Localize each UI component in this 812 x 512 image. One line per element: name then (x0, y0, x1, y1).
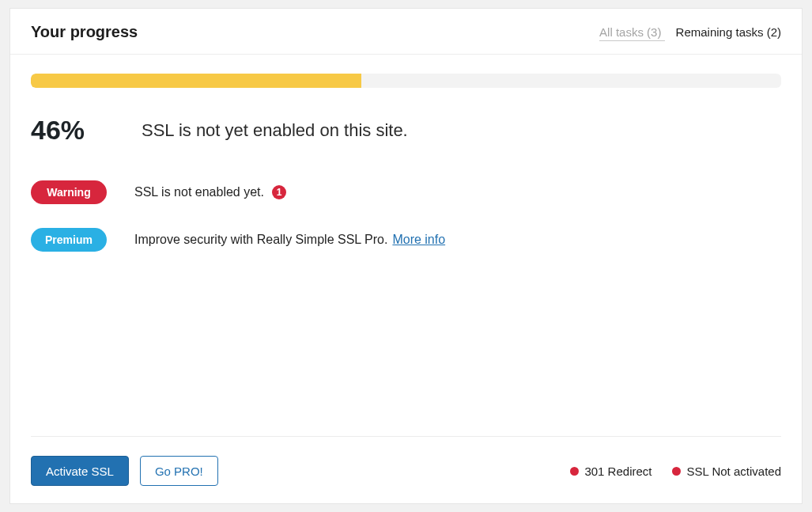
task-row-premium: Premium Improve security with Really Sim… (31, 228, 781, 252)
card-body: 46% SSL is not yet enabled on this site.… (10, 55, 802, 436)
tab-remaining-count: (2) (767, 25, 781, 39)
task-warning-text: SSL is not enabled yet. 1 (134, 185, 286, 199)
tab-remaining-tasks[interactable]: Remaining tasks (2) (676, 25, 781, 39)
task-premium-text: Improve security with Really Simple SSL … (134, 233, 445, 247)
status-list: 301 Redirect SSL Not activated (570, 465, 781, 478)
go-pro-button[interactable]: Go PRO! (140, 456, 218, 486)
progress-percent: 46% (31, 115, 100, 146)
task-row-warning: Warning SSL is not enabled yet. 1 (31, 180, 781, 204)
warning-pill: Warning (31, 180, 107, 204)
task-filter-tabs: All tasks (3) Remaining tasks (2) (588, 25, 781, 39)
status-301-redirect: 301 Redirect (570, 465, 651, 478)
status-dot-icon (570, 467, 579, 476)
tab-all-count: (3) (647, 25, 661, 39)
tab-all-tasks[interactable]: All tasks (3) (599, 25, 665, 41)
task-list: Warning SSL is not enabled yet. 1 Premiu… (31, 180, 781, 252)
status-dot-icon (672, 467, 681, 476)
page-title: Your progress (31, 23, 138, 41)
status-ssl-label: SSL Not activated (686, 465, 781, 478)
footer-actions: Activate SSL Go PRO! (31, 456, 218, 486)
card-footer: Activate SSL Go PRO! 301 Redirect SSL No… (31, 436, 781, 486)
activate-ssl-button[interactable]: Activate SSL (31, 456, 129, 486)
progress-card: Your progress All tasks (3) Remaining ta… (9, 8, 803, 504)
progress-summary: 46% SSL is not yet enabled on this site. (31, 115, 781, 146)
progress-summary-text: SSL is not yet enabled on this site. (142, 120, 408, 141)
tab-all-label: All tasks (599, 25, 644, 39)
card-header: Your progress All tasks (3) Remaining ta… (10, 9, 802, 54)
task-warning-message: SSL is not enabled yet. (134, 185, 264, 199)
progress-bar (31, 74, 781, 88)
progress-fill (31, 74, 361, 88)
more-info-link[interactable]: More info (392, 233, 445, 247)
task-warning-badge: 1 (272, 185, 286, 199)
tab-remaining-label: Remaining tasks (676, 25, 764, 39)
task-premium-message: Improve security with Really Simple SSL … (134, 233, 387, 247)
status-301-label: 301 Redirect (584, 465, 651, 478)
premium-pill: Premium (31, 228, 107, 252)
status-ssl-not-activated: SSL Not activated (672, 465, 781, 478)
